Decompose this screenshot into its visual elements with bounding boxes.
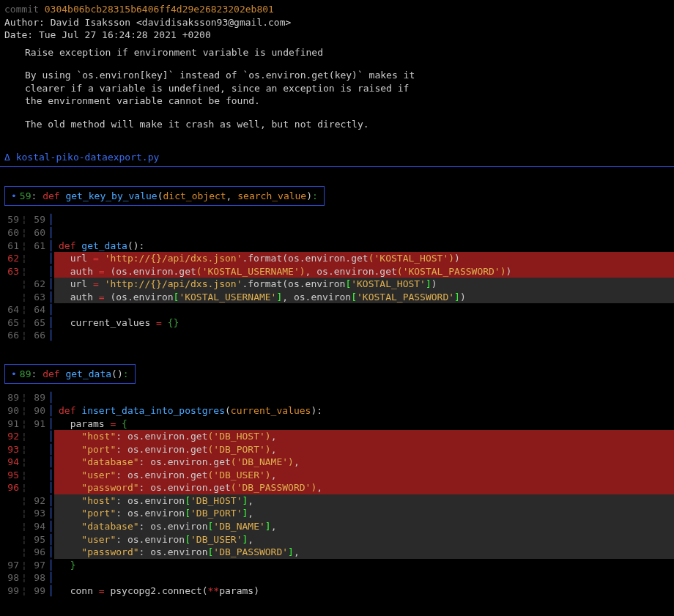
gutter-sep: ¦ <box>21 585 28 598</box>
file-name: kostal-piko-dataexport.py <box>16 152 160 163</box>
code-cell <box>54 391 674 404</box>
author-value: David Isaksson <davidisaksson93@gmail.co… <box>51 17 292 28</box>
code-cell: def get_data(): <box>54 240 674 253</box>
diff-row: 61¦61│def get_data(): <box>0 240 674 253</box>
diff-row: 95¦│ "user": os.environ.get('DB_USER'), <box>0 469 674 482</box>
code-cell <box>54 329 674 342</box>
gutter-sep: ¦ <box>21 418 28 431</box>
gutter-bar: │ <box>48 533 54 546</box>
gutter-bar: │ <box>48 316 54 330</box>
gutter-bar: │ <box>48 571 54 585</box>
gutter-sep: ¦ <box>21 456 28 469</box>
gutter-sep: ¦ <box>21 546 28 559</box>
diff-row: 91¦91│ params = { <box>0 418 674 431</box>
diff-row: 62¦│ url = 'http://{}/api/dxs.json'.form… <box>0 252 674 265</box>
date-line: Date: Tue Jul 27 16:24:28 2021 +0200 <box>4 29 670 42</box>
code-cell: } <box>54 559 674 572</box>
old-lineno: 89 <box>0 391 21 404</box>
old-lineno <box>0 507 21 520</box>
hunk-header-2[interactable]: •89: def get_data(): <box>4 364 136 385</box>
code-cell: "port": os.environ['DB_PORT'], <box>54 507 674 520</box>
gutter-sep: ¦ <box>21 469 28 482</box>
old-lineno <box>0 278 21 291</box>
diff-row: 90¦90│def insert_data_into_postgres(curr… <box>0 404 674 418</box>
new-lineno: 66 <box>28 329 48 342</box>
diff-row: 96¦│ "password": os.environ.get('DB_PASS… <box>0 481 674 494</box>
hunk-sep: : <box>31 368 42 379</box>
old-lineno: 64 <box>0 303 21 316</box>
author-line: Author: David Isaksson <davidisaksson93@… <box>4 16 670 29</box>
diff-row: 92¦│ "host": os.environ.get('DB_HOST'), <box>0 430 674 443</box>
commit-prefix: commit <box>4 4 45 15</box>
gutter-bar: │ <box>48 443 54 456</box>
gutter-bar: │ <box>48 391 54 404</box>
new-lineno: 90 <box>28 404 48 418</box>
commit-message: Raise exception if environment variable … <box>4 46 670 131</box>
fn-name: get_data <box>65 368 111 379</box>
code-cell: "port": os.environ.get('DB_PORT'), <box>54 443 674 456</box>
new-lineno: 92 <box>28 494 48 508</box>
fn-name: get_key_by_value <box>65 190 157 201</box>
gutter-bar: │ <box>48 265 54 278</box>
code-cell: def insert_data_into_postgres(current_va… <box>54 404 674 418</box>
hunk-header-1[interactable]: •59: def get_key_by_value(dict_object, s… <box>4 186 325 207</box>
file-header[interactable]: Δ kostal-piko-dataexport.py <box>0 149 674 167</box>
gutter-bar: │ <box>48 520 54 533</box>
commit-body-para1: By using `os.environ[key]` instead of `o… <box>4 69 670 108</box>
gutter-sep: ¦ <box>21 316 28 330</box>
gutter-bar: │ <box>48 494 54 508</box>
code-cell: "database": os.environ['DB_NAME'], <box>54 520 674 533</box>
diff-row: 66¦66│ <box>0 329 674 342</box>
old-lineno: 93 <box>0 443 21 456</box>
paren-close: ) <box>117 368 123 379</box>
paren-close: ) <box>306 190 312 201</box>
new-lineno <box>28 430 48 443</box>
diff-row: 98¦98│ <box>0 571 674 585</box>
old-lineno: 98 <box>0 571 21 585</box>
diff-table-1: 59¦59│60¦60│61¦61│def get_data():62¦│ ur… <box>0 213 674 341</box>
author-label: Author: <box>4 17 51 28</box>
gutter-bar: │ <box>48 240 54 253</box>
gutter-sep: ¦ <box>21 252 28 265</box>
new-lineno: 95 <box>28 533 48 546</box>
colon: : <box>123 368 129 379</box>
gutter-sep: ¦ <box>21 391 28 404</box>
gutter-bar: │ <box>48 278 54 291</box>
new-lineno: 61 <box>28 240 48 253</box>
code-cell: "password": os.environ['DB_PASSWORD'], <box>54 546 674 559</box>
gutter-bar: │ <box>48 585 54 598</box>
commit-title: Raise exception if environment variable … <box>4 46 670 59</box>
gutter-sep: ¦ <box>21 520 28 533</box>
old-lineno: 95 <box>0 469 21 482</box>
comma: , <box>226 190 238 201</box>
gutter-bar: │ <box>48 404 54 418</box>
commit-body-para2: The old method will make it crash as wel… <box>4 118 670 131</box>
colon: : <box>312 190 318 201</box>
old-lineno <box>0 533 21 546</box>
code-cell: url = 'http://{}/api/dxs.json'.format(os… <box>54 252 674 265</box>
old-lineno: 97 <box>0 559 21 572</box>
gutter-sep: ¦ <box>21 291 28 304</box>
new-lineno: 91 <box>28 418 48 431</box>
diff-row: 94¦│ "database": os.environ.get('DB_NAME… <box>0 456 674 469</box>
old-lineno: 61 <box>0 240 21 253</box>
code-cell: "password": os.environ.get('DB_PASSWORD'… <box>54 481 674 494</box>
hunk-lineno: 89 <box>20 368 32 379</box>
code-cell <box>54 571 674 585</box>
delta-icon: Δ <box>4 152 10 163</box>
gutter-sep: ¦ <box>21 481 28 494</box>
gutter-sep: ¦ <box>21 571 28 585</box>
old-lineno <box>0 520 21 533</box>
code-cell <box>54 303 674 316</box>
old-lineno: 91 <box>0 418 21 431</box>
old-lineno: 65 <box>0 316 21 330</box>
gutter-sep: ¦ <box>21 507 28 520</box>
old-lineno: 99 <box>0 585 21 598</box>
new-lineno: 99 <box>28 585 48 598</box>
diff-row: ¦92│ "host": os.environ['DB_HOST'], <box>0 494 674 508</box>
gutter-bar: │ <box>48 418 54 431</box>
new-lineno <box>28 469 48 482</box>
gutter-sep: ¦ <box>21 533 28 546</box>
gutter-sep: ¦ <box>21 329 28 342</box>
diff-row: ¦94│ "database": os.environ['DB_NAME'], <box>0 520 674 533</box>
